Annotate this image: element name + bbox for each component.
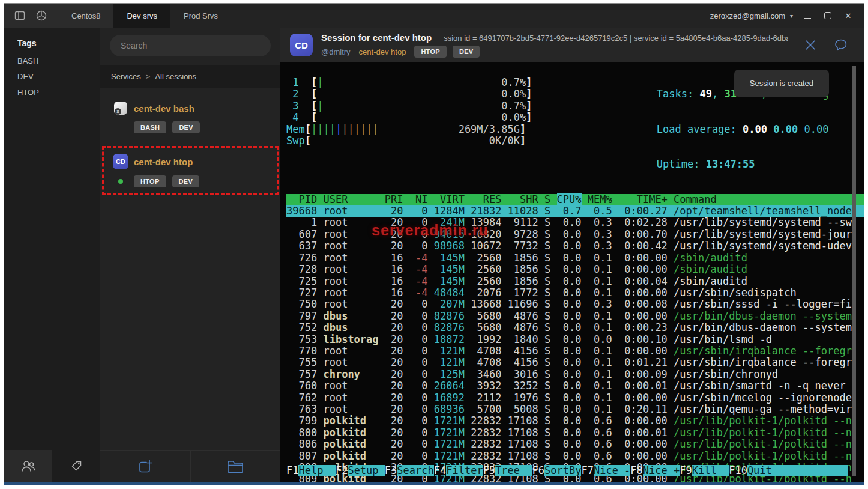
- contacts-button[interactable]: [4, 450, 52, 482]
- breadcrumb-services[interactable]: Services: [111, 72, 141, 81]
- tag-item-bash[interactable]: BASH: [17, 56, 100, 65]
- fn-action-setup[interactable]: Setup: [348, 465, 384, 476]
- session-header-tags: HTOPDEV: [414, 46, 480, 58]
- folders-button[interactable]: [190, 451, 281, 482]
- fn-action-nice[interactable]: Nice -: [594, 465, 630, 476]
- tag-badge-dev: DEV: [172, 175, 200, 187]
- process-row: 762 root 20 0 16892 2112 1976 S 0.0 0.1 …: [286, 392, 864, 404]
- cpu-meter-1: 1 [| 0.7%]: [286, 77, 532, 88]
- col-header-shr[interactable]: SHR: [508, 193, 538, 205]
- session-item[interactable]: $cent-dev bashBASHDEV: [103, 94, 278, 141]
- fn-action-help[interactable]: Help: [298, 465, 335, 476]
- process-row: 807 polkitd 20 0 1721M 22832 17108 S 0.0…: [286, 451, 864, 462]
- col-header-mem[interactable]: MEM%: [588, 193, 612, 205]
- sessions-panel: Services > All sessions $cent-dev bashBA…: [100, 28, 280, 482]
- sidebar-toggle-icon[interactable]: [14, 10, 26, 22]
- col-header-command[interactable]: Command: [674, 193, 717, 205]
- fn-action-quit[interactable]: Quit: [747, 465, 784, 476]
- session-item[interactable]: CDcent-dev htopHTOPDEV: [103, 147, 278, 195]
- fn-key-f6[interactable]: F6: [532, 465, 544, 476]
- account-email: zeroxzed@gmail.com: [710, 11, 785, 20]
- tab-centos8[interactable]: Centos8: [58, 4, 113, 28]
- tags-sidebar-footer: [4, 450, 100, 482]
- fn-key-f9[interactable]: F9: [680, 465, 692, 476]
- load-average-line: Load average: 0.00 0.00 0.00: [570, 112, 828, 147]
- process-row: 726 root 16 -4 145M 2560 1856 S 0.0 0.1 …: [286, 252, 864, 264]
- tag-badge-dev: DEV: [172, 121, 200, 133]
- memory-meter: Mem[||||||||||| 269M/3.85G]: [286, 124, 532, 135]
- session-owner[interactable]: @dmitry: [321, 47, 351, 56]
- fn-key-f1[interactable]: F1: [286, 465, 298, 476]
- new-session-button[interactable]: [100, 451, 190, 482]
- fn-action-nice[interactable]: Nice +: [643, 465, 680, 476]
- fn-key-f7[interactable]: F7: [581, 465, 593, 476]
- session-avatar: CD: [290, 34, 313, 56]
- uptime-line: Uptime: 13:47:55: [570, 147, 828, 181]
- fn-key-f8[interactable]: F8: [630, 465, 642, 476]
- col-header-pid[interactable]: PID: [286, 193, 317, 205]
- terminal-scrollbar[interactable]: [852, 66, 856, 476]
- session-title: Session for cent-dev htop: [321, 32, 432, 43]
- titlebar-tabs: Centos8Dev srvsProd Srvs: [58, 4, 231, 28]
- search-input[interactable]: [121, 41, 260, 50]
- session-name: cent-dev htop: [134, 157, 273, 167]
- fn-key-f10[interactable]: F10: [729, 465, 747, 476]
- fn-key-f4[interactable]: F4: [434, 465, 446, 476]
- tags-button[interactable]: [52, 450, 100, 482]
- fn-key-f5[interactable]: F5: [483, 465, 495, 476]
- pie-menu-icon[interactable]: [35, 10, 47, 22]
- fn-key-f2[interactable]: F2: [336, 465, 348, 476]
- cpu-meter-3: 3 [| 0.7%]: [286, 100, 532, 112]
- close-session-icon[interactable]: [804, 38, 817, 52]
- session-tags: BASHDEV: [134, 121, 273, 133]
- fn-key-f3[interactable]: F3: [385, 465, 397, 476]
- session-header: CD Session for cent-dev htop ssion id = …: [280, 28, 864, 62]
- fn-action-kill[interactable]: Kill: [692, 465, 729, 476]
- fn-action-filter[interactable]: Filter: [446, 465, 483, 476]
- process-row: 752 dbus 20 0 82876 5680 4876 S 0.0 0.1 …: [286, 322, 864, 333]
- col-header-virt[interactable]: VIRT: [434, 193, 465, 205]
- tag-item-dev[interactable]: DEV: [17, 72, 100, 81]
- session-ids: ssion id = 6491707b-2bd5-4771-92ee-d4265…: [444, 34, 788, 43]
- fn-action-tree[interactable]: Tree: [495, 465, 532, 476]
- breadcrumb-separator: >: [146, 72, 151, 81]
- process-row: 728 root 16 -4 145M 2560 1856 S 0.0 0.1 …: [286, 264, 864, 275]
- col-header-ni[interactable]: NI: [409, 193, 428, 205]
- fn-action-search[interactable]: Search: [397, 465, 433, 476]
- breadcrumb-all-sessions[interactable]: All sessions: [155, 72, 196, 81]
- process-row: 797 dbus 20 0 82876 5680 4876 S 0.0 0.1 …: [286, 311, 864, 322]
- col-header-cpu[interactable]: CPU%: [557, 193, 582, 205]
- process-row: 763 root 20 0 68936 5700 5008 S 0.0 0.1 …: [286, 404, 864, 415]
- caret-down-icon: ▾: [790, 13, 793, 19]
- process-table-header: PID USER PRI NI VIRT RES SHR S CPU% MEM%…: [286, 194, 864, 205]
- col-header-time[interactable]: TIME+: [618, 193, 668, 205]
- col-header-res[interactable]: RES: [471, 193, 501, 205]
- account-menu[interactable]: zeroxzed@gmail.com ▾: [704, 4, 799, 28]
- htop-meters-left: 1 [| 0.7%] 2 [ 0.0%] 3 [| 0.7%] 4 [ 0.0%…: [286, 77, 532, 182]
- swap-meter: Swp[ 0K/0K]: [286, 135, 532, 147]
- tab-dev-srvs[interactable]: Dev srvs: [113, 4, 170, 28]
- online-dot: [118, 179, 123, 184]
- col-header-pri[interactable]: PRI: [385, 193, 403, 205]
- main-panel: CD Session for cent-dev htop ssion id = …: [280, 28, 864, 482]
- process-row: 770 root 20 0 121M 4708 4156 S 0.0 0.1 0…: [286, 345, 864, 357]
- comment-bubble-icon[interactable]: [834, 38, 848, 52]
- session-name-link[interactable]: cent-dev htop: [359, 47, 406, 56]
- tag-item-htop[interactable]: HTOP: [17, 88, 100, 97]
- minimize-button[interactable]: [799, 8, 816, 23]
- col-header-user[interactable]: USER: [323, 193, 378, 205]
- toast-notification: Session is created: [734, 70, 829, 97]
- htop-terminal[interactable]: 1 [| 0.7%] 2 [ 0.0%] 3 [| 0.7%] 4 [ 0.0%…: [280, 62, 864, 482]
- close-button[interactable]: ✕: [840, 8, 857, 23]
- breadcrumb: Services > All sessions: [100, 65, 280, 88]
- process-row: 39668 root 20 0 1284M 21832 11028 S 0.7 …: [286, 205, 864, 217]
- fn-action-sortby[interactable]: SortBy: [544, 465, 581, 476]
- process-row: 753 libstorag 20 0 18872 1992 1840 S 0.0…: [286, 334, 864, 345]
- titlebar-spacer: [231, 4, 704, 28]
- tab-prod-srvs[interactable]: Prod Srvs: [170, 4, 231, 28]
- session-list: $cent-dev bashBASHDEVCDcent-dev htopHTOP…: [100, 88, 280, 201]
- maximize-button[interactable]: [819, 8, 836, 23]
- col-header-s[interactable]: S: [544, 193, 550, 205]
- tags-sidebar: Tags BASHDEVHTOP: [4, 28, 100, 482]
- session-avatar: CD: [113, 154, 128, 169]
